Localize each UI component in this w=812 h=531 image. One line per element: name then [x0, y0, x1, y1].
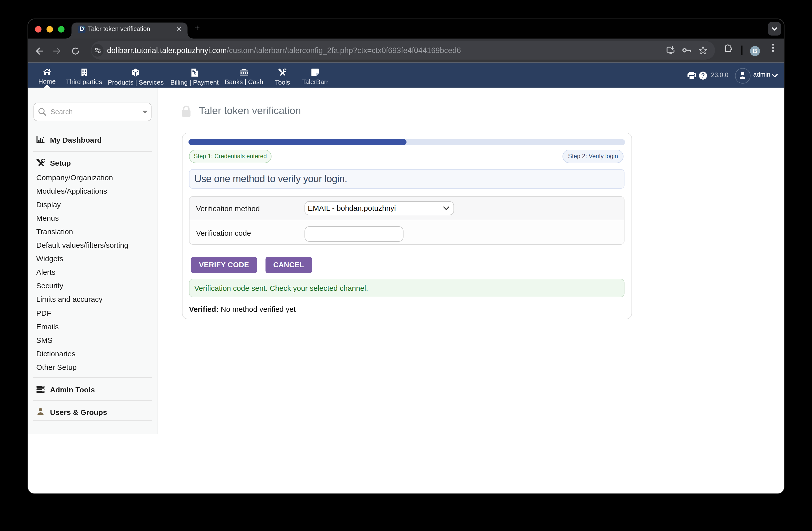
svg-text:?: ?	[701, 72, 705, 79]
svg-text:$: $	[194, 71, 196, 76]
